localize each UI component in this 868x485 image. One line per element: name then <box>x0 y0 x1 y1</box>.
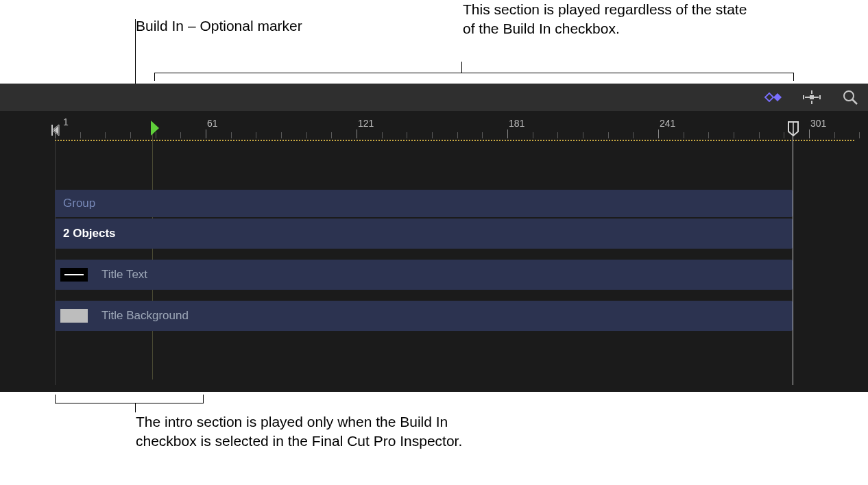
play-range-indicator <box>55 140 854 141</box>
ruler-tick-label: 61 <box>207 118 218 129</box>
zoom-icon[interactable] <box>841 88 860 107</box>
build-in-marker-line <box>152 126 153 380</box>
ruler-tick-label: 121 <box>358 118 374 129</box>
svg-line-8 <box>852 99 857 104</box>
project-start-line <box>55 132 56 385</box>
clip-label: Title Background <box>93 309 189 323</box>
svg-rect-6 <box>810 95 814 99</box>
ruler-tick-label: 181 <box>509 118 525 129</box>
callout-bracket-bottom <box>55 395 204 410</box>
timeline-panel: 1 61121181241301 Group 2 Objects Title T <box>0 84 868 392</box>
svg-point-7 <box>844 91 854 101</box>
keyframe-icon[interactable] <box>764 88 783 107</box>
clip-label: Title Text <box>93 268 147 282</box>
ruler-track[interactable]: 61121181241301 <box>55 111 868 138</box>
timeline-toolbar <box>0 84 868 111</box>
snapping-icon[interactable] <box>802 88 821 107</box>
callout-build-in-marker: Build In – Optional marker <box>136 16 341 36</box>
timeline-ruler[interactable]: 1 61121181241301 <box>0 111 868 138</box>
clip-title-background[interactable]: Title Background <box>55 301 793 331</box>
callout-intro-section: The intro section is played only when th… <box>136 412 479 451</box>
clip-thumbnail-icon <box>60 268 88 282</box>
project-end-marker[interactable] <box>786 121 801 140</box>
ruler-tick-label: 301 <box>810 118 826 129</box>
group-objects-row[interactable]: 2 Objects <box>55 219 793 249</box>
ruler-tick-label: 241 <box>660 118 675 129</box>
playhead-line[interactable] <box>793 132 793 385</box>
group-label: Group <box>55 197 95 210</box>
clip-thumbnail-icon <box>60 309 88 323</box>
group-object-count: 2 Objects <box>55 227 116 240</box>
group-header-row[interactable]: Group <box>55 190 793 217</box>
clip-title-text[interactable]: Title Text <box>55 260 793 290</box>
callout-always-played-section: This section is played regardless of the… <box>463 0 751 39</box>
